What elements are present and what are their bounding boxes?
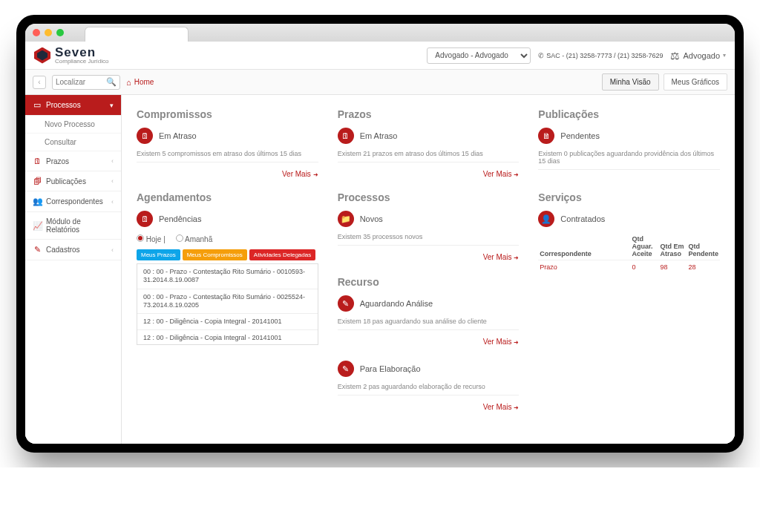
sac-text: SAC - (21) 3258-7773 / (21) 3258-7629 xyxy=(546,52,663,59)
pill-atividades-delegadas[interactable]: Atividades Delegadas xyxy=(249,249,315,260)
td-pendente: 28 xyxy=(687,260,720,275)
app-logo[interactable]: Seven Compliance Jurídico xyxy=(34,46,108,65)
card-row-label: Pendências xyxy=(159,214,202,223)
radio-hoje-label: Hoje | xyxy=(146,235,166,243)
chevron-down-icon: ▾ xyxy=(110,102,114,109)
search-icon[interactable]: 🔍 xyxy=(106,77,117,87)
sidebar-item-label: Módulo de Relatórios xyxy=(46,217,114,234)
recurso-desc2: Existem 2 pas aguardando elaboração de r… xyxy=(338,383,520,390)
sidebar-item-label: Publicações xyxy=(46,177,86,185)
window-minimize-dot[interactable] xyxy=(45,29,52,36)
sidebar: ▭ Processos ▾ Novo Processo Consultar 🗓 … xyxy=(25,95,122,444)
documents-icon: 🗐 xyxy=(33,177,42,185)
user-menu[interactable]: ⚖ Advogado ▾ xyxy=(670,50,726,62)
arrow-right-icon: ➜ xyxy=(514,404,519,411)
card-processos: Processos 📁 Novos Existem 35 processos n… xyxy=(338,191,520,261)
card-desc: Existem 21 prazos em atraso dos últimos … xyxy=(338,150,520,157)
breadcrumb-home[interactable]: Home xyxy=(134,78,154,86)
sidebar-item-label: Cadastros xyxy=(46,246,80,254)
sidebar-item-relatorios[interactable]: 📈 Módulo de Relatórios xyxy=(25,212,121,240)
ver-mais-label: Ver Mais xyxy=(483,403,512,411)
search-input[interactable] xyxy=(56,78,103,86)
arrow-right-icon: ➜ xyxy=(514,339,519,346)
td-atraso: 98 xyxy=(658,260,687,275)
recurso-row1: Aguardando Análise xyxy=(360,299,433,308)
sidebar-item-correspondentes[interactable]: 👥 Correspondentes ‹ xyxy=(25,191,121,212)
tab-meus-graficos[interactable]: Meus Gráficos xyxy=(664,73,727,91)
col-processos-recurso: Processos 📁 Novos Existem 35 processos n… xyxy=(338,191,520,411)
card-row-label: Novos xyxy=(360,214,383,223)
arrow-right-icon: ➜ xyxy=(313,171,318,178)
card-title: Prazos xyxy=(338,108,520,120)
sidebar-sub-novo-processo[interactable]: Novo Processo xyxy=(25,116,121,134)
calendar-icon: 🗓 xyxy=(33,157,42,165)
ver-mais-link[interactable]: Ver Mais ➜ xyxy=(338,253,520,261)
sidebar-item-processos[interactable]: ▭ Processos ▾ xyxy=(25,95,121,116)
edit-icon: ✎ xyxy=(33,245,42,254)
ver-mais-link[interactable]: Ver Mais ➜ xyxy=(338,338,520,346)
arrow-right-icon: ➜ xyxy=(514,254,519,261)
card-desc: Existem 35 processos novos xyxy=(338,233,520,240)
search-box[interactable]: 🔍 xyxy=(52,75,120,90)
ver-mais-link[interactable]: Ver Mais ➜ xyxy=(137,170,318,178)
card-servicos: Serviços 👤 Contratados Correspondente Qt… xyxy=(538,191,720,411)
book-icon: ▭ xyxy=(33,100,42,110)
home-icon: ⌂ xyxy=(126,78,131,87)
ver-mais-link[interactable]: Ver Mais ➜ xyxy=(338,170,520,178)
chart-icon: 📈 xyxy=(33,221,42,231)
users-icon: 👥 xyxy=(33,197,42,206)
list-item[interactable]: 12 : 00 - Diligência - Copia Integral - … xyxy=(137,314,318,330)
browser-chrome xyxy=(25,24,735,42)
card-agendamentos: Agendamentos 🗓 Pendências Hoje | Amanhã … xyxy=(137,191,318,411)
card-desc: Existem 5 compromissos em atraso dos últ… xyxy=(137,150,318,157)
browser-tab[interactable] xyxy=(85,27,189,42)
toolbar: ‹ 🔍 ⌂ Home Minha Visão Meus Gráficos xyxy=(25,70,735,95)
td-correspondente: Prazo xyxy=(538,260,630,275)
sidebar-item-label: Correspondentes xyxy=(46,197,103,206)
card-publicacoes: Publicações 🗎 Pendentes Existem 0 public… xyxy=(538,108,720,178)
th-pendente: Qtd Pendente xyxy=(687,233,720,260)
arrow-right-icon: ➜ xyxy=(514,171,519,178)
breadcrumb[interactable]: ⌂ Home xyxy=(126,78,154,87)
ver-mais-link[interactable]: Ver Mais ➜ xyxy=(338,403,520,411)
list-item[interactable]: 12 : 00 - Diligência - Copia Integral - … xyxy=(137,330,318,345)
card-title: Publicações xyxy=(538,108,720,120)
recurso-desc1: Existem 18 pas aguardando sua análise do… xyxy=(338,318,520,325)
card-row-label: Em Atraso xyxy=(159,131,197,140)
pill-meus-compromissos[interactable]: Meus Compromissos xyxy=(183,249,247,260)
th-correspondente: Correspondente xyxy=(538,233,630,260)
radio-amanha-label: Amanhã xyxy=(185,235,212,243)
chevron-left-icon: ‹ xyxy=(111,177,114,185)
sidebar-item-cadastros[interactable]: ✎ Cadastros ‹ xyxy=(25,240,121,260)
radio-amanha[interactable] xyxy=(176,234,183,242)
logo-mark-icon xyxy=(34,47,50,64)
agendamentos-list[interactable]: 00 : 00 - Prazo - Contestação Rito Sumár… xyxy=(137,263,318,345)
edit-circle-icon: ✎ xyxy=(338,295,354,312)
role-select[interactable]: Advogado - Advogado xyxy=(427,47,531,64)
sidebar-item-prazos[interactable]: 🗓 Prazos ‹ xyxy=(25,151,121,171)
nav-back-button[interactable]: ‹ xyxy=(33,76,46,89)
sidebar-sub-consultar[interactable]: Consultar xyxy=(25,134,121,151)
table-row[interactable]: Prazo 0 98 28 xyxy=(538,260,720,275)
radio-hoje[interactable] xyxy=(137,234,144,242)
logo-text: Seven Compliance Jurídico xyxy=(55,46,108,65)
pill-meus-prazos[interactable]: Meus Prazos xyxy=(137,249,180,260)
list-item[interactable]: 00 : 00 - Prazo - Contestação Rito Sumár… xyxy=(137,264,318,289)
phone-icon: ✆ xyxy=(538,52,544,59)
servicos-table: Correspondente Qtd Aguar. Aceite Qtd Em … xyxy=(538,233,720,274)
recurso-row2: Para Elaboração xyxy=(360,364,421,373)
main-content: Compromissos 🗓 Em Atraso Existem 5 compr… xyxy=(122,95,735,444)
calendar-circle-icon: 🗓 xyxy=(137,211,153,227)
list-item[interactable]: 00 : 00 - Prazo - Contestação Rito Sumár… xyxy=(137,289,318,315)
card-recurso: Recurso ✎ Aguardando Análise Existem 18 … xyxy=(338,276,520,411)
chevron-left-icon: ‹ xyxy=(111,198,114,206)
card-title: Serviços xyxy=(538,191,720,203)
td-aceite: 0 xyxy=(630,260,658,275)
sidebar-item-publicacoes[interactable]: 🗐 Publicações ‹ xyxy=(25,171,121,191)
window-close-dot[interactable] xyxy=(33,29,40,36)
window-zoom-dot[interactable] xyxy=(56,29,64,36)
sidebar-item-label: Processos xyxy=(46,101,81,109)
card-row-label: Em Atraso xyxy=(360,131,398,140)
sidebar-item-label: Prazos xyxy=(46,157,69,165)
tab-minha-visao[interactable]: Minha Visão xyxy=(602,73,659,91)
